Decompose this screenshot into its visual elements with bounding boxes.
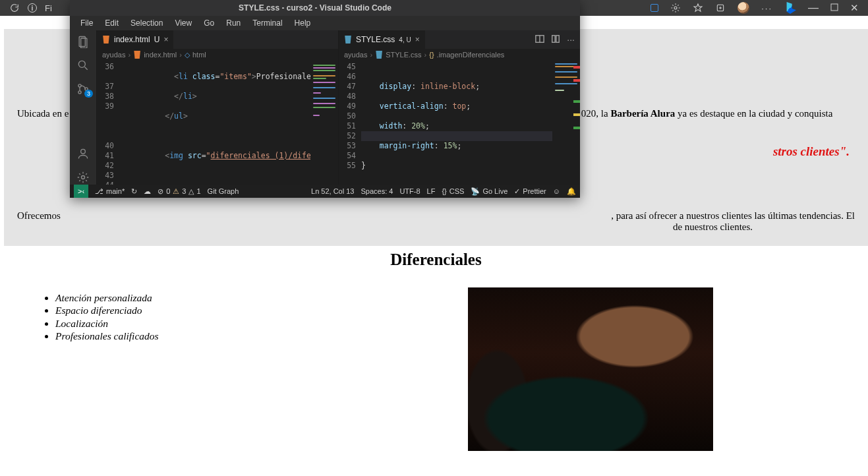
- menu-edit[interactable]: Edit: [100, 17, 124, 29]
- gutter-left: 363738394041424344: [97, 61, 119, 185]
- prettier-button[interactable]: ✓ Prettier: [514, 187, 546, 196]
- code-left[interactable]: <li class="items">Profesionales califica…: [119, 61, 310, 185]
- tab-close-icon[interactable]: ×: [163, 35, 168, 44]
- diferenciales-section: Diferenciales Atención personalizada Esp…: [4, 251, 868, 451]
- html-file-icon: [102, 36, 110, 44]
- vscode-statusbar[interactable]: >‹ ⎇ main* ↻ ☁ ⊘0 ⚠3 △1 Git Graph Ln 52,…: [70, 185, 580, 198]
- code-right[interactable]: display: inline-block; vertical-align: t…: [361, 61, 552, 185]
- account-icon[interactable]: [76, 146, 90, 161]
- activity-bar: 3: [70, 30, 96, 185]
- overview-ruler: [573, 61, 580, 185]
- diferenciales-list: Atención personalizada Espacio diferenci…: [37, 291, 159, 343]
- window-minimize[interactable]: —: [808, 2, 819, 14]
- tab-bar-left: index.html U ×: [97, 30, 338, 49]
- more-actions-icon[interactable]: ···: [567, 34, 575, 45]
- tab-bar-right: STYLE.css 4, U × ···: [339, 30, 580, 49]
- tab-index-html[interactable]: index.html U ×: [97, 30, 173, 49]
- tab-style-css[interactable]: STYLE.css 4, U ×: [339, 30, 425, 49]
- active-line-highlight: [361, 131, 552, 141]
- menu-select[interactable]: Selection: [125, 17, 168, 29]
- diff-icon[interactable]: [551, 34, 560, 45]
- diferenciales-image: [468, 287, 713, 451]
- sync-icon[interactable]: ↻: [131, 187, 137, 196]
- css-file-icon: [344, 36, 352, 44]
- breadcrumb-left[interactable]: ayudas› index.html› ◇html: [97, 49, 338, 61]
- remote-indicator[interactable]: >‹: [74, 185, 88, 198]
- svg-rect-13: [556, 35, 559, 42]
- svg-point-9: [81, 149, 86, 154]
- vscode-menubar[interactable]: File Edit Selection View Go Run Terminal…: [70, 16, 580, 30]
- feedback-icon[interactable]: ☺: [553, 187, 560, 195]
- menu-go[interactable]: Go: [198, 17, 219, 29]
- bell-icon[interactable]: 🔔: [567, 187, 576, 196]
- bing-icon[interactable]: [784, 2, 796, 14]
- source-control-icon[interactable]: 3: [76, 82, 90, 96]
- indent-indicator[interactable]: Spaces: 4: [361, 187, 393, 195]
- lang-indicator[interactable]: {} CSS: [442, 187, 464, 195]
- split-editor-icon[interactable]: [535, 34, 544, 45]
- svg-point-5: [78, 61, 85, 67]
- svg-point-10: [82, 176, 85, 179]
- editor-pane-left: index.html U × ayudas› index.html› ◇html…: [96, 30, 338, 185]
- address-hint: Fi: [45, 3, 52, 13]
- cursor-position[interactable]: Ln 52, Col 13: [311, 187, 354, 195]
- problems-indicator[interactable]: ⊘0 ⚠3 △1: [158, 187, 200, 196]
- window-maximize[interactable]: [830, 3, 838, 13]
- minimap-left[interactable]: [310, 61, 338, 185]
- window-close[interactable]: ✕: [850, 2, 859, 14]
- collections-icon[interactable]: [715, 3, 726, 13]
- list-item: Espacio diferenciado: [55, 304, 159, 316]
- list-item: Localización: [55, 317, 159, 330]
- page-offer-text: Ofrecemos , para así ofrecer a nuestros …: [17, 210, 855, 233]
- cloud-icon[interactable]: ☁: [144, 187, 151, 196]
- search-icon[interactable]: [76, 58, 90, 73]
- gutter-right: 4546474849505152535455: [339, 61, 361, 185]
- settings-icon[interactable]: [76, 170, 90, 185]
- gitgraph-button[interactable]: Git Graph: [208, 187, 239, 195]
- tab-close-icon[interactable]: ×: [415, 35, 420, 44]
- scm-badge: 3: [84, 90, 93, 98]
- reload-icon[interactable]: [9, 3, 20, 13]
- code-editor-right[interactable]: 4546474849505152535455 display: inline-b…: [339, 61, 580, 185]
- vscode-title: STYLE.css - curso2 - Visual Studio Code: [75, 3, 555, 13]
- breadcrumb-right[interactable]: ayudas› STYLE.css› {}.imagenDiferenciale…: [339, 49, 580, 61]
- eol-indicator[interactable]: LF: [427, 187, 436, 195]
- svg-rect-12: [552, 35, 555, 42]
- svg-point-6: [78, 84, 81, 87]
- explorer-icon[interactable]: [76, 34, 90, 49]
- menu-run[interactable]: Run: [221, 17, 246, 29]
- tab-indicator-icon: [651, 4, 658, 12]
- minimap-right[interactable]: [552, 61, 580, 185]
- extensions-icon[interactable]: [670, 3, 681, 13]
- svg-point-0: [674, 7, 677, 9]
- menu-file[interactable]: File: [75, 17, 98, 29]
- menu-view[interactable]: View: [169, 17, 197, 29]
- profile-avatar[interactable]: [738, 2, 749, 14]
- site-info-icon[interactable]: i: [28, 3, 37, 13]
- menu-help[interactable]: Help: [289, 17, 316, 29]
- menu-term[interactable]: Terminal: [247, 17, 287, 29]
- code-editor-left[interactable]: 363738394041424344 <li class="items">Pro…: [97, 61, 338, 185]
- vscode-titlebar[interactable]: STYLE.css - curso2 - Visual Studio Code: [70, 0, 580, 16]
- diferenciales-title: Diferenciales: [4, 251, 868, 269]
- encoding-indicator[interactable]: UTF-8: [399, 187, 420, 195]
- svg-rect-2: [831, 4, 838, 11]
- editor-pane-right: STYLE.css 4, U × ··· ayudas› STYLE.css› …: [338, 30, 580, 185]
- favorites-icon[interactable]: [693, 3, 703, 13]
- list-item: Atención personalizada: [55, 291, 159, 304]
- golive-button[interactable]: 📡 Go Live: [471, 187, 507, 196]
- branch-indicator[interactable]: ⎇ main*: [95, 187, 125, 196]
- list-item: Profesionales calificados: [55, 330, 159, 342]
- more-icon[interactable]: ···: [761, 3, 772, 13]
- svg-point-7: [78, 91, 81, 94]
- vscode-window: STYLE.css - curso2 - Visual Studio Code …: [70, 0, 580, 198]
